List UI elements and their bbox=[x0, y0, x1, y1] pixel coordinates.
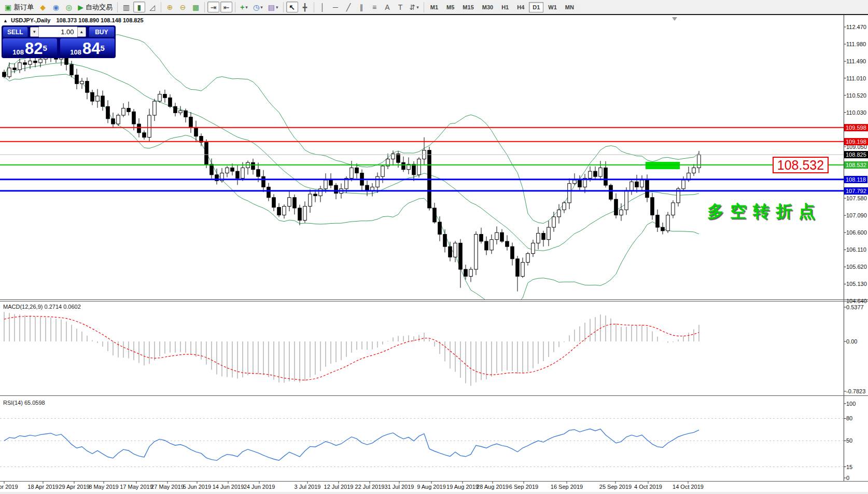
macd-axis-tick: 0.00 bbox=[846, 338, 857, 345]
cursor-icon: ↖ bbox=[289, 3, 295, 11]
trendline-icon: ╱ bbox=[346, 3, 351, 11]
timeframe-m1-button[interactable]: M1 bbox=[427, 2, 442, 12]
arrows-icon: ⇵ bbox=[410, 3, 416, 11]
indicators-button[interactable]: +▾ bbox=[238, 2, 250, 12]
chart-shift-marker-icon[interactable] bbox=[672, 17, 677, 21]
volume-decrease-button[interactable]: ▼ bbox=[30, 27, 39, 37]
date-tick: 16 Sep 2019 bbox=[551, 484, 583, 490]
ask-main: 84 bbox=[82, 42, 100, 56]
timeframe-h4-button[interactable]: H4 bbox=[513, 2, 528, 12]
macd-axis-tick: 0.5377 bbox=[846, 304, 864, 310]
price-marker-108.118: 108.118 bbox=[844, 176, 867, 183]
one-click-panel-toggle-icon[interactable]: ▲ bbox=[3, 18, 8, 23]
timeframe-mn-button[interactable]: MN bbox=[562, 2, 578, 12]
level-callout-box[interactable]: 108.532 bbox=[773, 157, 829, 173]
fibonacci-button[interactable]: ≡ bbox=[369, 2, 381, 12]
crosshair-icon: ╋ bbox=[303, 3, 307, 11]
text-label-button[interactable]: T bbox=[395, 2, 407, 12]
text-button[interactable]: A bbox=[382, 2, 394, 12]
rsi-axis-tick: 15 bbox=[846, 464, 852, 470]
price-tick: 106.600 bbox=[846, 229, 867, 236]
sep3 bbox=[204, 2, 205, 12]
macd-rsi-splitter[interactable] bbox=[0, 395, 868, 396]
timeframe-d1-button[interactable]: D1 bbox=[529, 2, 543, 12]
rsi-indicator bbox=[0, 418, 844, 466]
zoom-in-icon: ⊕ bbox=[167, 3, 173, 11]
cursor-button[interactable]: ↖ bbox=[286, 2, 298, 12]
candlestick-series bbox=[3, 52, 701, 291]
indicators-dropdown-icon[interactable]: ▾ bbox=[245, 5, 248, 10]
candle-chart-icon: ▮ bbox=[137, 3, 142, 11]
chart-macd-splitter[interactable] bbox=[0, 299, 868, 300]
templates-dropdown-icon[interactable]: ▾ bbox=[276, 5, 278, 10]
line-chart-icon: ◿ bbox=[149, 3, 155, 11]
date-tick: 4 Oct 2019 bbox=[634, 484, 662, 490]
templates-button[interactable]: ▤▾ bbox=[266, 2, 281, 12]
horizontal-line-button[interactable]: ─ bbox=[330, 2, 342, 12]
chart-window-button[interactable]: ◆ bbox=[37, 2, 49, 12]
price-tick: 111.010 bbox=[846, 75, 866, 81]
date-tick: 24 Jun 2019 bbox=[244, 484, 275, 490]
auto-scroll-button[interactable]: ⇥ bbox=[207, 2, 219, 12]
zoom-in-button[interactable]: ⊕ bbox=[164, 2, 176, 12]
turning-point-annotation[interactable]: 多空转折点 bbox=[707, 200, 821, 223]
horizontal-line-objects bbox=[0, 128, 844, 191]
macd-indicator bbox=[4, 312, 699, 386]
price-tick: 105.620 bbox=[846, 264, 867, 270]
timeframe-m30-button[interactable]: M30 bbox=[479, 2, 497, 12]
chart-canvas[interactable] bbox=[0, 0, 868, 494]
bid-prefix: 108 bbox=[12, 48, 24, 56]
text-icon: A bbox=[385, 3, 389, 11]
line-chart-button[interactable]: ◿ bbox=[146, 2, 158, 12]
arrows-dropdown-icon[interactable]: ▾ bbox=[416, 5, 419, 10]
zoom-out-button[interactable]: ⊖ bbox=[177, 2, 189, 12]
macd-label: MACD(12,26,9) 0.2714 0.0602 bbox=[3, 304, 81, 310]
sell-button[interactable]: SELL bbox=[3, 26, 28, 37]
bid-sup: 5 bbox=[43, 40, 47, 56]
volume-increase-button[interactable]: ▲ bbox=[77, 27, 86, 37]
horizontal-line-icon: ─ bbox=[333, 3, 338, 11]
trendline-button[interactable]: ╱ bbox=[343, 2, 355, 12]
date-tick: 6 Sep 2019 bbox=[509, 484, 538, 490]
timeframe-w1-button[interactable]: W1 bbox=[544, 2, 561, 12]
date-tick: 19 Aug 2019 bbox=[446, 484, 479, 490]
date-tick: 27 May 2019 bbox=[151, 484, 184, 490]
bid-price-tile[interactable]: 108 82 5 bbox=[3, 38, 57, 57]
timeframe-h1-button[interactable]: H1 bbox=[498, 2, 512, 12]
periods-button[interactable]: ◷▾ bbox=[251, 2, 265, 12]
bid-main: 82 bbox=[25, 42, 43, 56]
tile-windows-button[interactable]: ▦ bbox=[190, 2, 202, 12]
date-tick: 17 May 2019 bbox=[120, 484, 153, 490]
arrows-button[interactable]: ⇵▾ bbox=[408, 2, 421, 12]
profile-button[interactable]: ◉ bbox=[50, 2, 62, 12]
price-tick: 106.110 bbox=[846, 246, 866, 253]
vertical-line-button[interactable]: │ bbox=[317, 2, 329, 12]
ask-price-tile[interactable]: 108 84 5 bbox=[60, 38, 115, 57]
periods-dropdown-icon[interactable]: ▾ bbox=[260, 5, 263, 10]
timeframe-m5-button[interactable]: M5 bbox=[443, 2, 458, 12]
new-order-button[interactable]: ▣新订单 bbox=[3, 2, 36, 12]
price-tick: 111.980 bbox=[846, 41, 866, 47]
timeframe-m15-button[interactable]: M15 bbox=[459, 2, 477, 12]
text-label-icon: T bbox=[398, 3, 403, 11]
candle-chart-button[interactable]: ▮ bbox=[133, 2, 145, 12]
chart-shift-button[interactable]: ⇤ bbox=[220, 2, 232, 12]
rsi-axis-tick: 0 bbox=[846, 475, 849, 481]
sep1 bbox=[117, 2, 118, 12]
chart-window-border bbox=[0, 14, 868, 15]
buy-button[interactable]: BUY bbox=[89, 26, 115, 37]
price-marker-108.532: 108.532 bbox=[844, 161, 868, 169]
price-marker-109.598: 109.598 bbox=[844, 124, 868, 131]
date-tick: 29 Apr 2019 bbox=[59, 484, 89, 490]
zoom-out-icon: ⊖ bbox=[180, 3, 186, 11]
auto-trading-button[interactable]: ▶自动交易 bbox=[76, 2, 115, 12]
vertical-line-icon: │ bbox=[320, 3, 325, 11]
chart-macd-splitter2 bbox=[0, 301, 868, 301]
bar-chart-button[interactable]: ▥ bbox=[120, 2, 132, 12]
signal-button[interactable]: ◎ bbox=[63, 2, 75, 12]
volume-input[interactable] bbox=[39, 26, 77, 37]
date-tick: 14 Jun 2019 bbox=[213, 484, 244, 490]
crosshair-button[interactable]: ╋ bbox=[299, 2, 311, 12]
highlight-rectangle bbox=[646, 162, 680, 169]
equidistant-channel-button[interactable]: ∥ bbox=[356, 2, 368, 12]
